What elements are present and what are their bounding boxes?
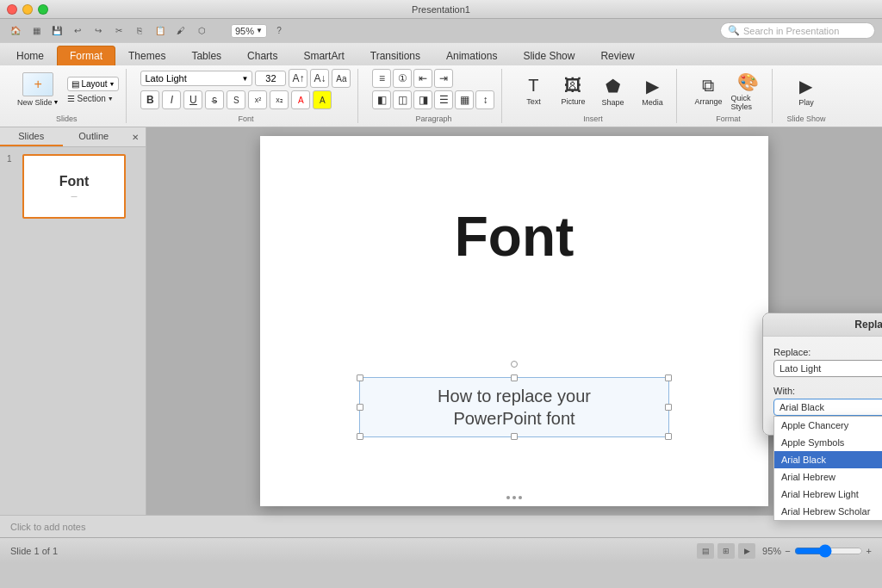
quick-styles-button[interactable]: 🎨 Quick Styles bbox=[730, 71, 765, 112]
insert-shape-button[interactable]: ⬟ Shape bbox=[595, 71, 630, 112]
subscript-button[interactable]: x₂ bbox=[270, 90, 289, 109]
list-number-button[interactable]: ① bbox=[393, 69, 412, 88]
with-select-display[interactable]: Arial Black ▼ bbox=[773, 399, 882, 416]
zoom-plus-icon[interactable]: + bbox=[866, 546, 872, 556]
cut-icon[interactable]: ✂ bbox=[110, 22, 127, 40]
maximize-button[interactable] bbox=[38, 4, 48, 15]
font-dropdown-icon[interactable]: ▼ bbox=[242, 75, 249, 83]
search-placeholder[interactable]: Search in Presentation bbox=[743, 26, 839, 36]
indent-left-button[interactable]: ⇤ bbox=[413, 69, 432, 88]
font-option-apple-chancery[interactable]: Apple Chancery bbox=[774, 417, 882, 434]
indent-right-button[interactable]: ⇥ bbox=[434, 69, 453, 88]
font-option-arial-hebrew[interactable]: Arial Hebrew bbox=[774, 468, 882, 486]
arrange-button[interactable]: ⧉ Arrange bbox=[691, 71, 725, 112]
shapes-icon[interactable]: ⬡ bbox=[193, 22, 210, 40]
notes-placeholder[interactable]: Click to add notes bbox=[10, 522, 85, 532]
font-option-apple-symbols[interactable]: Apple Symbols bbox=[774, 434, 882, 451]
zoom-slider[interactable] bbox=[794, 544, 863, 558]
underline-button[interactable]: U bbox=[183, 90, 202, 109]
shadow-button[interactable]: S bbox=[227, 90, 245, 109]
layout-button[interactable]: ▤ Layout ▼ bbox=[67, 77, 119, 91]
font-size-input[interactable] bbox=[255, 71, 286, 86]
redo-icon[interactable]: ↪ bbox=[90, 22, 107, 40]
handle-ml[interactable] bbox=[357, 404, 363, 411]
strikethrough-button[interactable]: S̶ bbox=[205, 90, 224, 109]
help-icon[interactable]: ? bbox=[270, 22, 288, 40]
font-color-button[interactable]: A bbox=[291, 90, 310, 109]
handle-br[interactable] bbox=[665, 433, 672, 440]
copy-icon[interactable]: ⎘ bbox=[131, 22, 148, 40]
clear-format-button[interactable]: Aa bbox=[332, 69, 351, 88]
tab-outline[interactable]: Outline bbox=[63, 127, 126, 146]
zoom-dropdown-icon[interactable]: ▼ bbox=[256, 27, 263, 34]
new-slide-arrow-icon[interactable]: ▼ bbox=[53, 99, 59, 105]
align-center-button[interactable]: ◫ bbox=[393, 90, 412, 109]
insert-media-button[interactable]: ▶ Media bbox=[635, 71, 669, 112]
slide-area[interactable]: Font How to replace your PowerPoint font bbox=[146, 127, 882, 515]
handle-mr[interactable] bbox=[665, 404, 672, 411]
zoom-minus-icon[interactable]: − bbox=[785, 546, 790, 556]
font-size-down-button[interactable]: A↓ bbox=[310, 69, 329, 88]
superscript-button[interactable]: x² bbox=[248, 90, 267, 109]
section-button[interactable]: ☰ Section ▼ bbox=[67, 94, 119, 103]
font-size-up-button[interactable]: A↑ bbox=[289, 69, 307, 88]
home-icon[interactable]: 🏠 bbox=[7, 22, 24, 40]
save-icon[interactable]: 💾 bbox=[48, 22, 65, 40]
tab-smartart[interactable]: SmartArt bbox=[290, 46, 357, 65]
ribbon-group-insert: T Text 🖼 Picture ⬟ Shape ▶ Media Insert bbox=[509, 69, 677, 123]
insert-text-button[interactable]: T Text bbox=[516, 71, 550, 112]
grid-icon[interactable]: ▦ bbox=[28, 22, 45, 40]
paste-icon[interactable]: 📋 bbox=[152, 22, 169, 40]
tab-themes[interactable]: Themes bbox=[115, 46, 178, 65]
grid-view-button[interactable]: ⊞ bbox=[717, 543, 735, 559]
handle-tr[interactable] bbox=[665, 374, 672, 381]
bold-button[interactable]: B bbox=[140, 90, 159, 109]
replace-select[interactable]: Lato Light ▼ bbox=[773, 360, 882, 377]
align-right-button[interactable]: ◨ bbox=[413, 90, 432, 109]
tab-animations[interactable]: Animations bbox=[433, 46, 510, 65]
tab-tables[interactable]: Tables bbox=[178, 46, 234, 65]
italic-button[interactable]: I bbox=[162, 90, 181, 109]
align-justify-button[interactable]: ☰ bbox=[434, 90, 453, 109]
slide-thumb-img-1[interactable]: Font — bbox=[22, 154, 126, 219]
format-paint-icon[interactable]: 🖌 bbox=[172, 22, 189, 40]
font-selector[interactable]: Lato Light ▼ bbox=[140, 71, 252, 86]
handle-tc[interactable] bbox=[511, 374, 518, 381]
font-option-arial-black[interactable]: Arial Black bbox=[774, 451, 882, 468]
tab-slideshow[interactable]: Slide Show bbox=[510, 46, 587, 65]
new-slide-button[interactable]: + New Slide ▼ bbox=[14, 69, 62, 110]
tab-charts[interactable]: Charts bbox=[234, 46, 290, 65]
font-option-arial-hebrew-scholar[interactable]: Arial Hebrew Scholar bbox=[774, 503, 882, 520]
close-button[interactable] bbox=[7, 4, 17, 15]
window-controls[interactable] bbox=[7, 4, 48, 15]
play-button[interactable]: ▶ Play bbox=[789, 71, 823, 112]
slide-scroll-dots bbox=[506, 496, 522, 499]
handle-tl[interactable] bbox=[357, 374, 363, 381]
tab-format[interactable]: Format bbox=[57, 46, 115, 65]
undo-icon[interactable]: ↩ bbox=[69, 22, 86, 40]
columns-button[interactable]: ▦ bbox=[455, 90, 474, 109]
layout-arrow-icon[interactable]: ▼ bbox=[109, 81, 115, 87]
section-arrow-icon[interactable]: ▼ bbox=[108, 96, 114, 102]
handle-bc[interactable] bbox=[511, 433, 518, 440]
panel-close-button[interactable]: ✕ bbox=[128, 130, 142, 144]
minimize-button[interactable] bbox=[22, 4, 33, 15]
slideshow-view-button[interactable]: ▶ bbox=[738, 543, 755, 559]
slide-canvas[interactable]: Font How to replace your PowerPoint font bbox=[260, 136, 768, 506]
normal-view-button[interactable]: ▤ bbox=[697, 543, 714, 559]
rotate-handle[interactable] bbox=[511, 361, 518, 368]
tab-transitions[interactable]: Transitions bbox=[357, 46, 433, 65]
insert-picture-button[interactable]: 🖼 Picture bbox=[556, 71, 590, 112]
tab-home[interactable]: Home bbox=[3, 46, 57, 65]
font-option-arial-hebrew-light[interactable]: Arial Hebrew Light bbox=[774, 486, 882, 503]
slide-number-1: 1 bbox=[7, 154, 17, 164]
list-bullet-button[interactable]: ≡ bbox=[372, 69, 391, 88]
line-spacing-button[interactable]: ↕ bbox=[475, 90, 494, 109]
highlight-button[interactable]: A bbox=[313, 90, 332, 109]
status-right: ▤ ⊞ ▶ 95% − + bbox=[697, 543, 872, 559]
handle-bl[interactable] bbox=[357, 433, 363, 440]
tab-slides[interactable]: Slides bbox=[0, 127, 63, 146]
tab-review[interactable]: Review bbox=[587, 46, 647, 65]
slide-subtitle-box[interactable]: How to replace your PowerPoint font bbox=[359, 377, 669, 437]
align-left-button[interactable]: ◧ bbox=[372, 90, 391, 109]
